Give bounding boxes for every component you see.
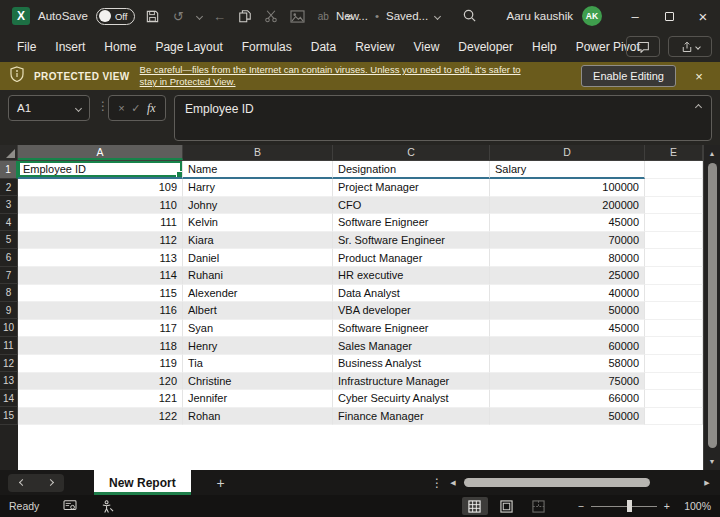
cell-salary[interactable]: 45000 <box>490 214 645 232</box>
menu-tab-formulas[interactable]: Formulas <box>242 40 292 54</box>
copy-icon[interactable] <box>236 6 254 26</box>
menu-tab-data[interactable]: Data <box>311 40 336 54</box>
formula-bar[interactable]: Employee ID <box>174 95 712 141</box>
row-header-7[interactable]: 7 <box>0 267 18 285</box>
add-sheet-icon[interactable]: + <box>211 475 231 491</box>
cell-designation[interactable]: VBA developer <box>333 302 490 320</box>
menu-tab-insert[interactable]: Insert <box>55 40 85 54</box>
cell-designation[interactable]: CFO <box>333 197 490 215</box>
scroll-right-icon[interactable]: ▶ <box>702 479 712 487</box>
cell-salary[interactable]: 70000 <box>490 232 645 250</box>
row-header-6[interactable]: 6 <box>0 249 18 267</box>
cell-id[interactable]: 110 <box>18 197 183 215</box>
cell-empty[interactable] <box>645 267 703 285</box>
cell-salary[interactable]: 25000 <box>490 267 645 285</box>
cell-id[interactable]: 116 <box>18 302 183 320</box>
cell-name[interactable]: Rohan <box>183 408 333 426</box>
cell-empty[interactable] <box>645 355 703 373</box>
cell-designation[interactable]: Sr. Software Engineer <box>333 232 490 250</box>
name-box[interactable]: A1 <box>8 95 90 121</box>
cell-name[interactable]: Tia <box>183 355 333 373</box>
cell-a1-selected[interactable]: Employee ID <box>18 161 183 179</box>
prev-sheet-icon[interactable] <box>18 479 25 486</box>
cell-designation[interactable]: HR executive <box>333 267 490 285</box>
cell-empty[interactable] <box>645 197 703 215</box>
select-all-corner[interactable] <box>0 145 18 161</box>
row-header-9[interactable]: 9 <box>0 302 18 320</box>
cell-empty[interactable] <box>645 337 703 355</box>
cell-salary[interactable]: 50000 <box>490 408 645 426</box>
cell-name[interactable]: Alexender <box>183 285 333 303</box>
cell-empty[interactable] <box>645 302 703 320</box>
cell-salary[interactable]: 100000 <box>490 179 645 197</box>
cell-id[interactable]: 109 <box>18 179 183 197</box>
undo-icon[interactable]: ↺ <box>169 6 187 26</box>
sheet-options-icon[interactable]: ⋮ <box>430 476 444 490</box>
cell-id[interactable]: 120 <box>18 373 183 391</box>
zoom-slider[interactable] <box>591 500 657 512</box>
menu-tab-file[interactable]: File <box>17 40 36 54</box>
cell-id[interactable]: 113 <box>18 249 183 267</box>
name-box-dropdown-icon[interactable] <box>75 104 82 111</box>
save-icon[interactable] <box>143 6 161 26</box>
autosave-toggle[interactable]: Off <box>96 8 136 25</box>
cell-id[interactable]: 114 <box>18 267 183 285</box>
cell-b1[interactable]: Name <box>183 161 333 179</box>
undo-dropdown-icon[interactable] <box>196 12 203 19</box>
scroll-down-icon[interactable]: ▼ <box>704 458 720 465</box>
minimize-button[interactable]: – <box>618 0 652 32</box>
cut-icon[interactable] <box>262 6 280 26</box>
cell-id[interactable]: 121 <box>18 390 183 408</box>
macro-record-icon[interactable] <box>63 500 77 512</box>
cell-e1[interactable] <box>645 161 703 179</box>
cell-c1[interactable]: Designation <box>333 161 490 179</box>
page-layout-view-icon[interactable] <box>494 497 520 515</box>
column-header-e[interactable]: E <box>645 145 703 160</box>
cell-name[interactable]: Syan <box>183 320 333 338</box>
cell-name[interactable]: Christine <box>183 373 333 391</box>
column-header-d[interactable]: D <box>490 145 645 160</box>
comments-button[interactable] <box>626 36 660 57</box>
cell-empty[interactable] <box>645 390 703 408</box>
row-header-15[interactable]: 15 <box>0 407 18 425</box>
menu-tab-view[interactable]: View <box>414 40 440 54</box>
cell-name[interactable]: Kiara <box>183 232 333 250</box>
banner-close-icon[interactable]: × <box>686 69 712 84</box>
row-header-14[interactable]: 14 <box>0 390 18 408</box>
cell-id[interactable]: 111 <box>18 214 183 232</box>
document-title-area[interactable]: New... • Saved... <box>336 0 440 32</box>
cell-name[interactable]: Ruhani <box>183 267 333 285</box>
menu-tab-developer[interactable]: Developer <box>458 40 513 54</box>
cell-designation[interactable]: Software Enigneer <box>333 320 490 338</box>
row-header-13[interactable]: 13 <box>0 372 18 390</box>
cell-empty[interactable] <box>645 320 703 338</box>
cell-salary[interactable]: 200000 <box>490 197 645 215</box>
row-header-2[interactable]: 2 <box>0 179 18 197</box>
cell-salary[interactable]: 66000 <box>490 390 645 408</box>
zoom-out-icon[interactable]: − <box>578 500 584 512</box>
close-button[interactable]: × <box>686 0 720 32</box>
row-header-1[interactable]: 1 <box>0 161 18 179</box>
share-button[interactable] <box>668 36 712 57</box>
horizontal-scroll-thumb[interactable] <box>464 478 650 487</box>
menu-tab-help[interactable]: Help <box>532 40 557 54</box>
cell-designation[interactable]: Product Manager <box>333 249 490 267</box>
search-icon[interactable] <box>462 8 477 25</box>
page-break-view-icon[interactable] <box>526 497 552 515</box>
cell-empty[interactable] <box>645 232 703 250</box>
cell-empty[interactable] <box>645 214 703 232</box>
cell-name[interactable]: Henry <box>183 337 333 355</box>
normal-view-icon[interactable] <box>462 497 488 515</box>
cell-empty[interactable] <box>645 285 703 303</box>
cell-salary[interactable]: 58000 <box>490 355 645 373</box>
column-header-c[interactable]: C <box>333 145 490 160</box>
sheet-tab-new-report[interactable]: New Report <box>94 470 191 495</box>
cell-designation[interactable]: Sales Manager <box>333 337 490 355</box>
user-name[interactable]: Aaru kaushik <box>507 10 573 22</box>
cell-id[interactable]: 118 <box>18 337 183 355</box>
doc-title[interactable]: New... <box>336 10 368 22</box>
row-header-4[interactable]: 4 <box>0 214 18 232</box>
avatar[interactable]: AK <box>582 6 602 26</box>
insert-function-icon[interactable]: fx <box>147 101 156 116</box>
zoom-level[interactable]: 100% <box>677 500 711 512</box>
